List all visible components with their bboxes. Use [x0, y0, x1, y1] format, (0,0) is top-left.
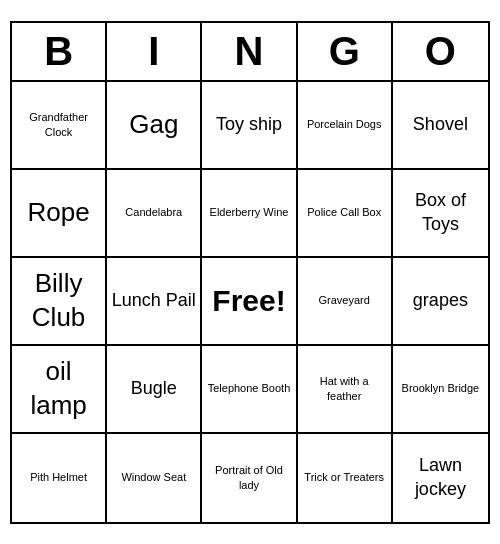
- cell-label: Shovel: [413, 113, 468, 136]
- cell-label: Porcelain Dogs: [307, 117, 382, 131]
- cell-label: Window Seat: [121, 470, 186, 484]
- cell-label: Toy ship: [216, 113, 282, 136]
- bingo-grid: Grandfather ClockGagToy shipPorcelain Do…: [12, 82, 488, 522]
- bingo-cell: Window Seat: [107, 434, 202, 522]
- bingo-cell: Porcelain Dogs: [298, 82, 393, 170]
- cell-label: grapes: [413, 289, 468, 312]
- cell-label: Pith Helmet: [30, 470, 87, 484]
- bingo-cell: Pith Helmet: [12, 434, 107, 522]
- bingo-cell: Shovel: [393, 82, 488, 170]
- bingo-cell: Gag: [107, 82, 202, 170]
- bingo-cell: Lunch Pail: [107, 258, 202, 346]
- bingo-cell: Elderberry Wine: [202, 170, 297, 258]
- cell-label: Rope: [28, 196, 90, 230]
- bingo-cell: Box of Toys: [393, 170, 488, 258]
- cell-label: Trick or Treaters: [304, 470, 384, 484]
- bingo-cell: Billy Club: [12, 258, 107, 346]
- cell-label: Gag: [129, 108, 178, 142]
- cell-label: Portrait of Old lady: [206, 463, 291, 492]
- bingo-cell: Toy ship: [202, 82, 297, 170]
- bingo-cell: Telephone Booth: [202, 346, 297, 434]
- bingo-cell: grapes: [393, 258, 488, 346]
- bingo-cell: Grandfather Clock: [12, 82, 107, 170]
- cell-label: Police Call Box: [307, 205, 381, 219]
- cell-label: Bugle: [131, 377, 177, 400]
- bingo-cell: Graveyard: [298, 258, 393, 346]
- cell-label: Hat with a feather: [302, 374, 387, 403]
- cell-label: Elderberry Wine: [210, 205, 289, 219]
- header-letter: B: [12, 23, 107, 80]
- cell-label: Free!: [212, 281, 285, 320]
- bingo-cell: Rope: [12, 170, 107, 258]
- cell-label: Graveyard: [319, 293, 370, 307]
- bingo-cell: Hat with a feather: [298, 346, 393, 434]
- bingo-cell: Trick or Treaters: [298, 434, 393, 522]
- cell-label: Brooklyn Bridge: [402, 381, 480, 395]
- cell-label: Grandfather Clock: [16, 110, 101, 139]
- header-letter: G: [298, 23, 393, 80]
- header-letter: N: [202, 23, 297, 80]
- header-letter: O: [393, 23, 488, 80]
- cell-label: Candelabra: [125, 205, 182, 219]
- cell-label: Lunch Pail: [112, 289, 196, 312]
- bingo-cell: Police Call Box: [298, 170, 393, 258]
- cell-label: Billy Club: [16, 267, 101, 335]
- bingo-cell: Candelabra: [107, 170, 202, 258]
- bingo-cell: Lawn jockey: [393, 434, 488, 522]
- bingo-cell: Brooklyn Bridge: [393, 346, 488, 434]
- header-letter: I: [107, 23, 202, 80]
- cell-label: Telephone Booth: [208, 381, 291, 395]
- cell-label: Lawn jockey: [397, 454, 484, 501]
- bingo-cell: Bugle: [107, 346, 202, 434]
- bingo-cell: Free!: [202, 258, 297, 346]
- cell-label: oil lamp: [16, 355, 101, 423]
- bingo-cell: oil lamp: [12, 346, 107, 434]
- bingo-cell: Portrait of Old lady: [202, 434, 297, 522]
- bingo-card: BINGO Grandfather ClockGagToy shipPorcel…: [10, 21, 490, 524]
- bingo-header: BINGO: [12, 23, 488, 82]
- cell-label: Box of Toys: [397, 189, 484, 236]
